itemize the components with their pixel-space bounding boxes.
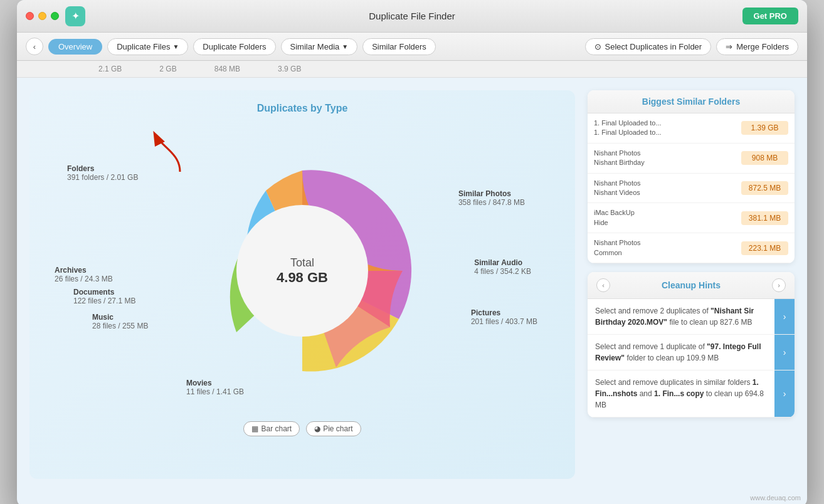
bar-chart-icon: ▦ (251, 424, 258, 433)
folder-row: iMac BackUpHide 381.1 MB (588, 203, 795, 233)
label-name: Pictures (471, 308, 500, 317)
folder-row: 1. Final Uploaded to...1. Final Uploaded… (588, 113, 795, 144)
traffic-lights (26, 12, 59, 20)
label-documents: Documents 122 files / 27.1 MB (73, 288, 135, 305)
titlebar: ✦ Duplicate File Finder Get PRO (17, 0, 807, 33)
folder-row: Nishant PhotosNishant Birthday 908 MB (588, 144, 795, 174)
folder-size: 908 MB (741, 151, 788, 165)
pie-chart-label: Pie chart (323, 424, 352, 433)
sub-size-1: 2.1 GB (80, 61, 140, 77)
label-sub: 28 files / 255 MB (92, 322, 148, 330)
nav-duplicate-files[interactable]: Duplicate Files ▼ (107, 38, 188, 55)
label-music: Music 28 files / 255 MB (92, 313, 148, 330)
label-sub: 26 files / 24.3 MB (55, 275, 113, 283)
toolbar: ‹ Overview Duplicate Files ▼ Duplicate F… (17, 33, 807, 61)
folder-row: Nishant PhotosCommon 223.1 MB (588, 233, 795, 263)
label-sub: 11 files / 1.41 GB (186, 387, 244, 396)
watermark: www.deuaq.com (17, 491, 807, 504)
hints-title: Cleanup Hints (662, 280, 721, 290)
label-movies: Movies 11 files / 1.41 GB (186, 379, 244, 396)
bar-chart-label: Bar chart (261, 424, 292, 433)
folder-names: Nishant PhotosNishant Videos (594, 179, 741, 198)
merge-folders-label: Merge Folders (736, 42, 789, 51)
nav-duplicate-folders[interactable]: Duplicate Folders (193, 38, 275, 55)
chevron-down-icon: ▼ (172, 43, 179, 50)
total-label: Total (290, 256, 314, 269)
hint-text: Select and remove duplicates in similar … (588, 370, 774, 417)
folder-size: 872.5 MB (741, 181, 788, 195)
label-similar-audio: Similar Audio 4 files / 354.2 KB (474, 258, 531, 276)
label-name: Similar Photos (458, 189, 511, 198)
nav-label: Similar Media (290, 42, 340, 51)
sub-size-2: 2 GB (140, 61, 195, 77)
minimize-button[interactable] (38, 12, 46, 20)
folder-names: Nishant PhotosCommon (594, 238, 741, 258)
target-icon: ⊙ (594, 42, 601, 51)
chart-buttons: ▦ Bar chart ◕ Pie chart (42, 421, 563, 436)
bar-chart-button[interactable]: ▦ Bar chart (243, 421, 300, 436)
label-name: Folders (67, 164, 94, 173)
label-sub: 201 files / 403.7 MB (471, 317, 537, 326)
maximize-button[interactable] (51, 12, 59, 20)
hint-action-button[interactable]: › (774, 370, 795, 417)
hint-item: Select and remove duplicates in similar … (588, 370, 795, 417)
label-name: Music (92, 313, 114, 322)
label-similar-photos: Similar Photos 358 files / 847.8 MB (458, 189, 525, 207)
label-sub: 391 folders / 2.01 GB (67, 173, 138, 182)
app-window: ✦ Duplicate File Finder Get PRO ‹ Overvi… (17, 0, 807, 504)
chevron-down-icon: ▼ (342, 43, 348, 50)
label-sub: 4 files / 354.2 KB (474, 267, 531, 276)
nav-label: Duplicate Folders (203, 42, 266, 51)
label-name: Similar Audio (474, 258, 522, 267)
overview-button[interactable]: Overview (48, 39, 102, 55)
nav-similar-media[interactable]: Similar Media ▼ (281, 38, 358, 55)
label-name: Documents (73, 288, 114, 297)
hint-text: Select and remove 2 duplicates of "Nisha… (588, 299, 774, 334)
hint-action-button[interactable]: › (774, 299, 795, 334)
prev-hint-button[interactable]: ‹ (596, 278, 610, 292)
label-sub: 358 files / 847.8 MB (458, 198, 525, 207)
app-icon: ✦ (65, 6, 85, 26)
back-button[interactable]: ‹ (26, 38, 43, 55)
merge-folders-button[interactable]: ⇒ Merge Folders (716, 38, 798, 55)
hint-item: Select and remove 2 duplicates of "Nisha… (588, 299, 795, 335)
label-name: Archives (55, 266, 87, 275)
label-archives: Archives 26 files / 24.3 MB (55, 266, 113, 283)
nav-label: Duplicate Files (117, 42, 170, 51)
folder-row: Nishant PhotosNishant Videos 872.5 MB (588, 174, 795, 204)
chart-container: Total 4.98 GB Folders 391 folders / 2.01… (42, 127, 563, 415)
biggest-folders-title: Biggest Similar Folders (588, 90, 795, 113)
select-duplicates-button[interactable]: ⊙ Select Duplicates in Folder (585, 38, 712, 55)
chart-title: Duplicates by Type (42, 103, 563, 114)
label-folders: Folders 391 folders / 2.01 GB (67, 164, 138, 182)
folder-names: 1. Final Uploaded to...1. Final Uploaded… (594, 118, 741, 138)
hints-header: ‹ Cleanup Hints › (588, 272, 795, 299)
content-area: Duplicates by Type (17, 78, 807, 491)
cleanup-hints-panel: ‹ Cleanup Hints › Select and remove 2 du… (588, 272, 795, 417)
folder-names: Nishant PhotosNishant Birthday (594, 149, 741, 168)
merge-icon: ⇒ (726, 42, 732, 51)
nav-similar-folders[interactable]: Similar Folders (362, 38, 436, 55)
folder-size: 1.39 GB (741, 121, 788, 135)
window-title: Duplicate File Finder (369, 11, 455, 21)
select-duplicates-label: Select Duplicates in Folder (605, 42, 702, 51)
nav-label: Similar Folders (372, 42, 426, 51)
label-name: Movies (186, 379, 212, 387)
pie-chart-button[interactable]: ◕ Pie chart (306, 421, 361, 436)
chart-section: Duplicates by Type (29, 90, 575, 479)
hint-item: Select and remove 1 duplicate of "97. In… (588, 335, 795, 370)
right-panel: Biggest Similar Folders 1. Final Uploade… (588, 90, 795, 479)
biggest-folders-panel: Biggest Similar Folders 1. Final Uploade… (588, 90, 795, 263)
next-hint-button[interactable]: › (772, 278, 786, 292)
chart-center: Total 4.98 GB (277, 256, 328, 286)
label-sub: 122 files / 27.1 MB (73, 297, 135, 305)
close-button[interactable] (26, 12, 34, 20)
folder-rows: 1. Final Uploaded to...1. Final Uploaded… (588, 113, 795, 263)
total-value: 4.98 GB (277, 270, 328, 285)
get-pro-button[interactable]: Get PRO (742, 8, 798, 24)
sub-toolbar: 2.1 GB 2 GB 848 MB 3.9 GB (17, 61, 807, 78)
folder-size: 223.1 MB (741, 241, 788, 255)
sub-size-4: 3.9 GB (259, 61, 320, 77)
hint-text: Select and remove 1 duplicate of "97. In… (588, 335, 774, 370)
hint-action-button[interactable]: › (774, 335, 795, 370)
